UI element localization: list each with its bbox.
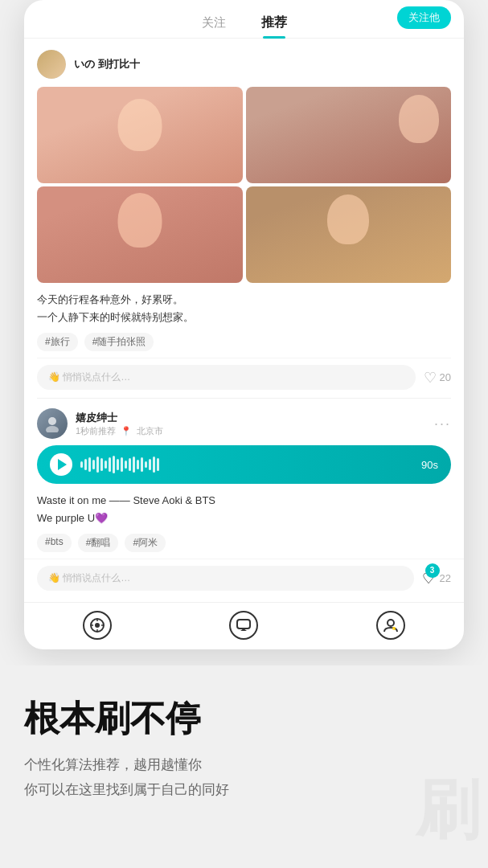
post2-text: Waste it on me —— Steve Aoki & BTS We pu…	[24, 492, 464, 534]
post2-like-area[interactable]: ♡ 3	[422, 570, 435, 588]
marketing-headline: 根本刷不停	[24, 698, 464, 740]
post2-comment-row: 👋 悄悄说点什么… ♡ 3 22	[24, 559, 464, 602]
post2-username: 嬉皮绅士	[76, 411, 426, 425]
follow-button-top[interactable]: 关注他	[397, 6, 451, 29]
post1-image-2	[246, 87, 452, 183]
wave-bar	[113, 456, 115, 473]
post2-header: 嬉皮绅士 1秒前推荐 📍 北京市 ···	[24, 399, 464, 445]
post-2: 嬉皮绅士 1秒前推荐 📍 北京市 ···	[24, 399, 464, 602]
wave-bar	[117, 459, 119, 470]
audio-player[interactable]: 90s	[37, 445, 451, 484]
wave-bar	[88, 457, 91, 472]
wave-bar	[96, 457, 99, 473]
post2-tag3[interactable]: #阿米	[125, 534, 166, 552]
wave-bar	[149, 459, 151, 470]
post2-tag2[interactable]: #翻唱	[78, 534, 119, 552]
post1-tag2[interactable]: #随手拍张照	[84, 333, 154, 351]
post2-text-line2: We purple U💜	[37, 510, 451, 527]
wave-bar	[80, 461, 83, 468]
avatar-post1	[37, 50, 66, 79]
post1-username: いの 到打比十	[74, 57, 451, 72]
post2-like-count: 22	[440, 572, 451, 584]
wave-bar	[100, 458, 103, 471]
post2-time-loc: 1秒前推荐 📍 北京市	[76, 425, 426, 437]
bottom-nav: :)	[24, 602, 464, 649]
post1-comment-input[interactable]: 👋 悄悄说点什么…	[37, 365, 416, 390]
post1-tag1[interactable]: #旅行	[37, 333, 78, 351]
svg-point-3	[95, 623, 100, 628]
post1-like-area[interactable]: ♡ 20	[424, 369, 451, 387]
svg-point-0	[48, 417, 56, 425]
post1-comment-row: 👋 悄悄说点什么… ♡ 20	[37, 358, 451, 398]
wave-bar	[121, 457, 123, 472]
purple-heart-icon: 💜	[95, 512, 108, 524]
nav-message-icon[interactable]	[229, 611, 258, 640]
post2-tag1[interactable]: #bts	[37, 534, 72, 552]
wave-bar	[84, 459, 87, 470]
wave-bar	[92, 460, 95, 469]
svg-point-1	[46, 426, 59, 432]
post2-tags: #bts #翻唱 #阿米	[24, 534, 464, 559]
post2-comment-input[interactable]: 👋 悄悄说点什么…	[37, 566, 414, 591]
play-triangle-icon	[58, 459, 67, 470]
post1-image-1	[37, 87, 243, 183]
wave-bar	[141, 457, 143, 472]
waveform	[80, 456, 413, 473]
tab-follow[interactable]: 关注	[184, 9, 244, 37]
wave-bar	[153, 457, 155, 473]
post2-meta: 嬉皮绅士 1秒前推荐 📍 北京市	[76, 411, 426, 437]
wave-bar	[109, 457, 111, 472]
svg-rect-8	[237, 620, 250, 628]
post1-tags: #旅行 #随手拍张照	[37, 333, 451, 351]
heart-icon-1: ♡	[424, 369, 437, 387]
post2-text-line1: Waste it on me —— Steve Aoki & BTS	[37, 492, 451, 510]
post1-image-4	[246, 186, 452, 283]
more-options-icon[interactable]: ···	[434, 416, 451, 432]
wave-bar	[129, 458, 131, 471]
wave-bar	[125, 461, 127, 469]
wave-bar	[105, 461, 107, 469]
nav-profile-icon[interactable]: :)	[376, 611, 405, 640]
post-1: いの 到打比十 今天的行程各种意外，好	[24, 39, 464, 398]
post2-time: 1秒前推荐	[76, 425, 116, 437]
post2-location: 北京市	[137, 425, 163, 437]
location-pin-icon: 📍	[121, 426, 132, 436]
svg-point-9	[388, 620, 394, 626]
post1-image-grid	[37, 87, 451, 283]
wave-bar	[137, 460, 139, 469]
avatar-post2	[37, 408, 68, 439]
play-button[interactable]	[50, 453, 72, 476]
post1-image-3	[37, 186, 243, 283]
tab-recommend[interactable]: 推荐	[244, 8, 305, 38]
nav-explore-icon[interactable]	[83, 611, 112, 640]
wave-bar	[133, 457, 135, 473]
post1-text: 今天的行程各种意外，好累呀。 一个人静下来的时候就特别想家。	[37, 291, 451, 326]
marketing-subtext: 个性化算法推荐，越用越懂你 你可以在这里找到属于自己的同好	[24, 753, 464, 802]
audio-duration: 90s	[421, 459, 438, 471]
post1-like-count: 20	[440, 371, 451, 383]
wave-bar	[145, 461, 147, 468]
wave-bar	[157, 458, 159, 471]
post1-meta: いの 到打比十	[74, 57, 451, 72]
bg-watermark: 刷	[416, 778, 480, 842]
marketing-section: 刷 根本刷不停 个性化算法推荐，越用越懂你 你可以在这里找到属于自己的同好	[0, 665, 488, 850]
post1-header: いの 到打比十	[37, 50, 451, 79]
like-badge: 3	[425, 563, 440, 578]
